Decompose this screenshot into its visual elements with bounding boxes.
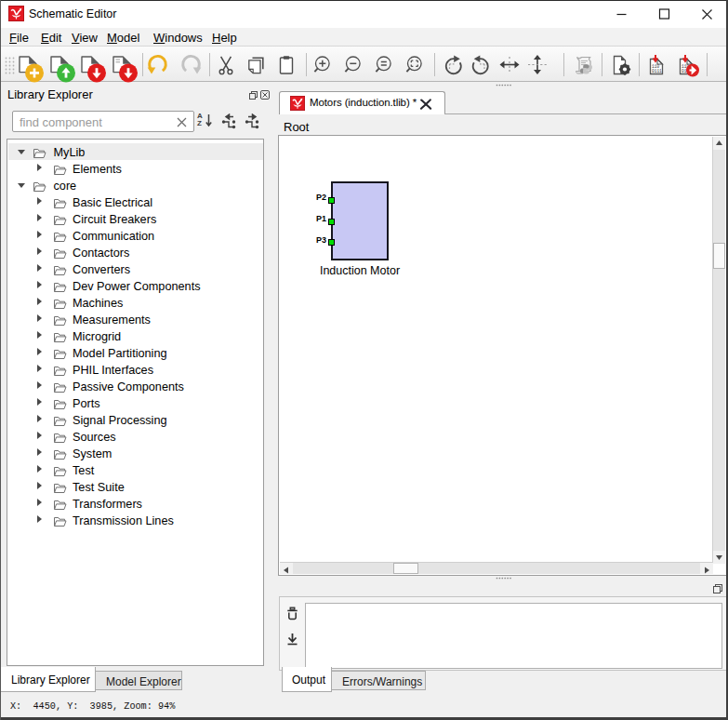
svg-text:01: 01 xyxy=(682,69,687,73)
svg-text:0111: 0111 xyxy=(652,69,662,73)
